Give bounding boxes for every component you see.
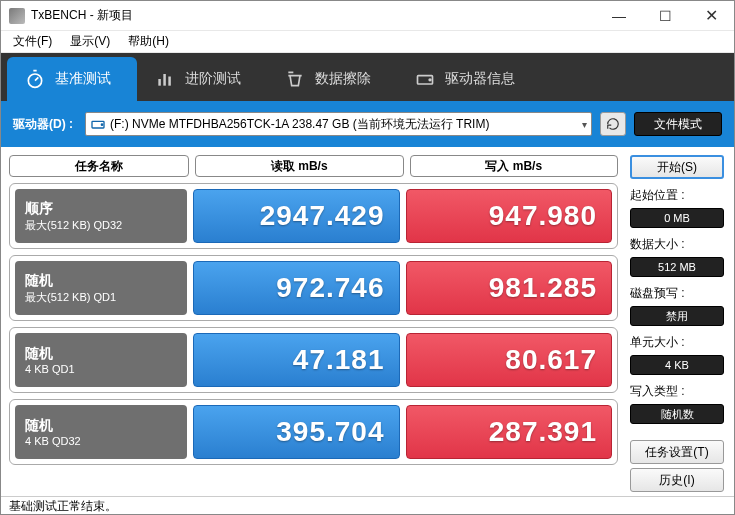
tab-label: 驱动器信息	[445, 70, 515, 88]
data-size-label: 数据大小 :	[630, 236, 724, 253]
header-read: 读取 mB/s	[195, 155, 404, 177]
write-value: 287.391	[406, 405, 613, 459]
refresh-icon	[606, 117, 620, 131]
svg-point-0	[28, 74, 41, 87]
row-label: 随机 4 KB QD1	[15, 333, 187, 387]
tab-label: 进阶测试	[185, 70, 241, 88]
read-value: 47.181	[193, 333, 400, 387]
data-size-value[interactable]: 512 MB	[630, 257, 724, 277]
result-row: 随机 4 KB QD32 395.704 287.391	[9, 399, 618, 465]
close-button[interactable]: ✕	[688, 1, 734, 30]
start-pos-value[interactable]: 0 MB	[630, 208, 724, 228]
window-title: TxBENCH - 新项目	[31, 7, 596, 24]
read-value: 972.746	[193, 261, 400, 315]
tab-data-erase[interactable]: 数据擦除	[267, 57, 397, 101]
row-title: 随机	[25, 345, 177, 363]
drive-selector[interactable]: (F:) NVMe MTFDHBA256TCK-1A 238.47 GB (当前…	[85, 112, 592, 136]
svg-point-5	[429, 79, 431, 81]
drive-icon	[415, 69, 435, 89]
read-value: 2947.429	[193, 189, 400, 243]
row-subtitle: 最大(512 KB) QD32	[25, 218, 177, 233]
result-row: 顺序 最大(512 KB) QD32 2947.429 947.980	[9, 183, 618, 249]
refresh-button[interactable]	[600, 112, 626, 136]
row-title: 随机	[25, 417, 177, 435]
svg-rect-1	[158, 79, 161, 86]
menu-view[interactable]: 显示(V)	[62, 31, 118, 52]
write-type-label: 写入类型 :	[630, 383, 724, 400]
tab-label: 数据擦除	[315, 70, 371, 88]
disk-prefill-label: 磁盘预写 :	[630, 285, 724, 302]
svg-point-7	[101, 124, 102, 125]
minimize-button[interactable]: —	[596, 1, 642, 30]
menu-help[interactable]: 帮助(H)	[120, 31, 177, 52]
header-write: 写入 mB/s	[410, 155, 619, 177]
result-row: 随机 最大(512 KB) QD1 972.746 981.285	[9, 255, 618, 321]
row-label: 随机 4 KB QD32	[15, 405, 187, 459]
svg-rect-3	[168, 77, 171, 86]
drive-value: (F:) NVMe MTFDHBA256TCK-1A 238.47 GB (当前…	[110, 116, 489, 133]
task-settings-button[interactable]: 任务设置(T)	[630, 440, 724, 464]
menu-file[interactable]: 文件(F)	[5, 31, 60, 52]
write-value: 80.617	[406, 333, 613, 387]
drive-label: 驱动器(D) :	[13, 116, 73, 133]
read-value: 395.704	[193, 405, 400, 459]
unit-size-value[interactable]: 4 KB	[630, 355, 724, 375]
tab-advanced-test[interactable]: 进阶测试	[137, 57, 267, 101]
row-subtitle: 4 KB QD1	[25, 363, 177, 375]
drive-small-icon	[90, 116, 106, 132]
start-pos-label: 起始位置 :	[630, 187, 724, 204]
disk-prefill-value[interactable]: 禁用	[630, 306, 724, 326]
start-button[interactable]: 开始(S)	[630, 155, 724, 179]
unit-size-label: 单元大小 :	[630, 334, 724, 351]
svg-rect-2	[163, 74, 166, 86]
row-label: 顺序 最大(512 KB) QD32	[15, 189, 187, 243]
file-mode-button[interactable]: 文件模式	[634, 112, 722, 136]
row-title: 随机	[25, 272, 177, 290]
erase-icon	[285, 69, 305, 89]
stopwatch-icon	[25, 69, 45, 89]
write-value: 947.980	[406, 189, 613, 243]
row-label: 随机 最大(512 KB) QD1	[15, 261, 187, 315]
write-value: 981.285	[406, 261, 613, 315]
row-subtitle: 4 KB QD32	[25, 435, 177, 447]
row-title: 顺序	[25, 200, 177, 218]
result-row: 随机 4 KB QD1 47.181 80.617	[9, 327, 618, 393]
chevron-down-icon: ▾	[582, 119, 587, 130]
status-text: 基础测试正常结束。	[9, 498, 117, 515]
app-icon	[9, 8, 25, 24]
tab-basic-test[interactable]: 基准测试	[7, 57, 137, 101]
tab-label: 基准测试	[55, 70, 111, 88]
header-task-name: 任务名称	[9, 155, 189, 177]
tab-drive-info[interactable]: 驱动器信息	[397, 57, 541, 101]
history-button[interactable]: 历史(I)	[630, 468, 724, 492]
bars-icon	[155, 69, 175, 89]
maximize-button[interactable]: ☐	[642, 1, 688, 30]
row-subtitle: 最大(512 KB) QD1	[25, 290, 177, 305]
write-type-value[interactable]: 随机数	[630, 404, 724, 424]
